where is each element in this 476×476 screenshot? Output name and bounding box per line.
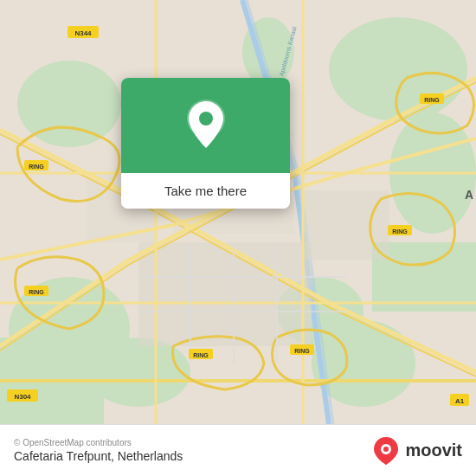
svg-text:RING: RING: [424, 97, 440, 103]
copyright-text: © OpenStreetMap contributors: [14, 438, 183, 447]
svg-point-37: [199, 112, 213, 125]
svg-text:RING: RING: [294, 348, 310, 354]
popup-card: Take me there: [121, 78, 290, 209]
svg-text:RING: RING: [29, 164, 44, 170]
moovit-logo: moovit: [370, 435, 462, 466]
svg-text:RING: RING: [29, 289, 44, 295]
svg-text:RING: RING: [392, 228, 408, 235]
bottom-info: © OpenStreetMap contributors Cafetaria T…: [14, 438, 183, 463]
svg-text:N304: N304: [14, 393, 31, 401]
svg-rect-11: [138, 242, 312, 346]
take-me-there-button[interactable]: Take me there: [121, 173, 290, 209]
svg-text:RING: RING: [193, 352, 209, 358]
bottom-bar: © OpenStreetMap contributors Cafetaria T…: [0, 424, 476, 476]
svg-text:A: A: [465, 188, 473, 202]
map-container: N344 N304 A1 RING RING RING RING RING RI…: [0, 0, 476, 424]
svg-text:A1: A1: [455, 397, 465, 405]
location-pin-icon: [183, 98, 228, 153]
moovit-icon: [370, 435, 402, 466]
svg-point-39: [383, 447, 389, 452]
svg-text:N344: N344: [74, 29, 92, 37]
svg-point-2: [329, 17, 467, 121]
popup-green-header: [121, 78, 290, 173]
location-name: Cafetaria Trefpunt, Netherlands: [14, 449, 183, 463]
moovit-brand-text: moovit: [405, 441, 462, 460]
